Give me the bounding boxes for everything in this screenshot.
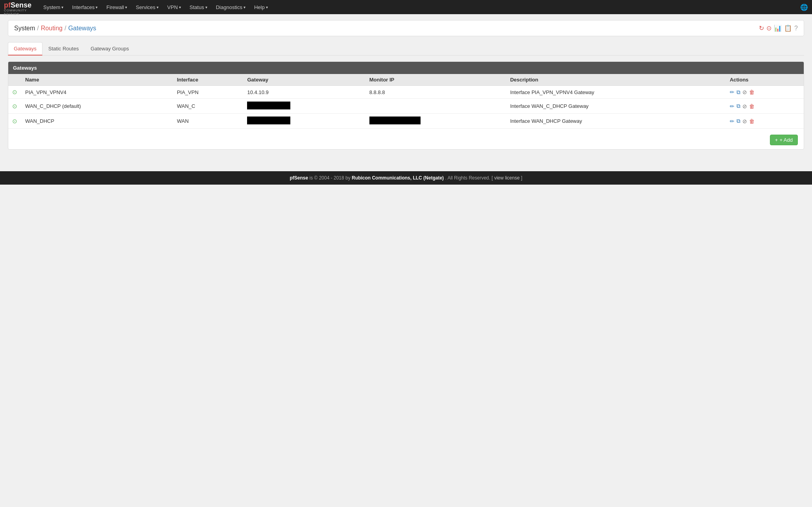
chevron-down-icon: ▾ (157, 5, 159, 9)
status-ok-icon: ⊙ (12, 89, 17, 95)
table-row: ⊙ WAN_DHCP WAN Interface WAN_DHCP Gatewa… (8, 114, 804, 129)
row1-description: Interface PIA_VPN_VPNV4 Gateway (506, 86, 726, 99)
footer-company: Rubicon Communications, LLC (Netgate) (352, 175, 444, 181)
add-button[interactable]: + + Add (770, 135, 798, 145)
chart-icon[interactable]: 📊 (774, 24, 782, 32)
logo-sense: Sense (11, 1, 31, 9)
delete-icon[interactable]: 🗑 (749, 89, 755, 95)
col-interface: Interface (173, 74, 244, 86)
copy-icon[interactable]: ⧉ (736, 103, 740, 109)
chevron-down-icon: ▾ (125, 5, 127, 9)
breadcrumb: System / Routing / Gateways (14, 25, 96, 32)
footer-text: pfSense is © 2004 - 2018 by Rubicon Comm… (290, 175, 522, 181)
delete-icon[interactable]: 🗑 (749, 103, 755, 109)
footer: pfSense is © 2004 - 2018 by Rubicon Comm… (0, 171, 812, 185)
tab-gateways[interactable]: Gateways (8, 42, 42, 56)
row2-actions: ✏ ⧉ ⊘ 🗑 (726, 99, 804, 114)
globe-icon[interactable]: 🌐 (800, 4, 808, 11)
nav-services-link[interactable]: Services ▾ (132, 0, 162, 14)
row3-interface: WAN (173, 114, 244, 129)
nav-system-link[interactable]: System ▾ (39, 0, 67, 14)
row2-name: WAN_C_DHCP (default) (21, 99, 173, 114)
disable-icon[interactable]: ⊘ (742, 118, 747, 124)
table-row: ⊙ WAN_C_DHCP (default) WAN_C Interface W… (8, 99, 804, 114)
nav-status-link[interactable]: Status ▾ (186, 0, 211, 14)
nav-status[interactable]: Status ▾ (186, 0, 211, 14)
col-monitor-ip: Monitor IP (365, 74, 506, 86)
row3-actions: ✏ ⧉ ⊘ 🗑 (726, 114, 804, 129)
page-header: System / Routing / Gateways ↻ ⊙ 📊 📋 ? (8, 20, 804, 36)
breadcrumb-system: System (14, 25, 35, 32)
row1-interface: PIA_VPN (173, 86, 244, 99)
row1-name: PIA_VPN_VPNV4 (21, 86, 173, 99)
brand[interactable]: pfSense COMMUNITY EDITION (4, 2, 35, 13)
nav-diagnostics-link[interactable]: Diagnostics ▾ (212, 0, 249, 14)
nav-firewall[interactable]: Firewall ▾ (102, 0, 131, 14)
col-status (8, 74, 21, 86)
disable-icon[interactable]: ⊘ (742, 103, 747, 109)
redacted-gateway (247, 102, 290, 109)
nav-system[interactable]: System ▾ (39, 0, 67, 14)
nav-diagnostics[interactable]: Diagnostics ▾ (212, 0, 249, 14)
help-icon[interactable]: ? (794, 25, 798, 32)
row3-name: WAN_DHCP (21, 114, 173, 129)
row1-status: ⊙ (8, 86, 21, 99)
breadcrumb-routing[interactable]: Routing (41, 25, 63, 32)
nav-interfaces-link[interactable]: Interfaces ▾ (68, 0, 102, 14)
row2-description: Interface WAN_C_DHCP Gateway (506, 99, 726, 114)
chevron-down-icon: ▾ (266, 5, 268, 9)
tab-gateway-groups[interactable]: Gateway Groups (85, 42, 135, 56)
log-icon[interactable]: 📋 (784, 24, 792, 32)
tab-static-routes[interactable]: Static Routes (42, 42, 85, 56)
navbar: pfSense COMMUNITY EDITION System ▾ Inter… (0, 0, 812, 14)
edit-icon[interactable]: ✏ (730, 103, 734, 109)
row2-interface: WAN_C (173, 99, 244, 114)
gateways-panel: Gateways Name Interface Gateway Monitor … (8, 61, 804, 150)
breadcrumb-sep-2: / (65, 25, 66, 32)
breadcrumb-gateways[interactable]: Gateways (68, 25, 96, 32)
panel-header: Gateways (8, 62, 804, 74)
row1-gateway: 10.4.10.9 (243, 86, 365, 99)
nav-help-link[interactable]: Help ▾ (250, 0, 272, 14)
row3-gateway (243, 114, 365, 129)
nav-interfaces[interactable]: Interfaces ▾ (68, 0, 102, 14)
refresh-icon[interactable]: ↻ (759, 24, 764, 32)
breadcrumb-sep-1: / (37, 25, 39, 32)
disable-icon[interactable]: ⊘ (742, 89, 747, 95)
nav-services[interactable]: Services ▾ (132, 0, 162, 14)
logo-pf: pf (4, 1, 11, 9)
col-gateway: Gateway (243, 74, 365, 86)
navbar-right: 🌐 (800, 4, 808, 11)
logo-subtitle: COMMUNITY EDITION (4, 9, 35, 16)
chevron-down-icon: ▾ (179, 5, 181, 9)
chevron-down-icon: ▾ (96, 5, 98, 9)
nav-firewall-link[interactable]: Firewall ▾ (102, 0, 131, 14)
row1-monitor-ip: 8.8.8.8 (365, 86, 506, 99)
table-header-row: Name Interface Gateway Monitor IP Descri… (8, 74, 804, 86)
chevron-down-icon: ▾ (205, 5, 207, 9)
add-area: + + Add (8, 129, 804, 149)
delete-icon[interactable]: 🗑 (749, 118, 755, 124)
redacted-gateway (247, 117, 290, 124)
chevron-down-icon: ▾ (61, 5, 63, 9)
copy-icon[interactable]: ⧉ (736, 118, 740, 124)
edit-icon[interactable]: ✏ (730, 89, 734, 95)
header-icons: ↻ ⊙ 📊 📋 ? (759, 24, 798, 32)
col-name: Name (21, 74, 173, 86)
row3-monitor-ip (365, 114, 506, 129)
col-actions: Actions (726, 74, 804, 86)
copy-icon[interactable]: ⧉ (736, 89, 740, 96)
status-icon[interactable]: ⊙ (766, 24, 771, 32)
redacted-monitor-ip (369, 117, 421, 124)
nav-vpn[interactable]: VPN ▾ (163, 0, 185, 14)
footer-license-link[interactable]: view license (494, 175, 520, 181)
row2-status: ⊙ (8, 99, 21, 114)
row2-monitor-ip (365, 99, 506, 114)
status-ok-icon: ⊙ (12, 103, 17, 109)
gateways-table: Name Interface Gateway Monitor IP Descri… (8, 74, 804, 129)
plus-icon: + (775, 137, 778, 143)
nav-help[interactable]: Help ▾ (250, 0, 272, 14)
row3-description: Interface WAN_DHCP Gateway (506, 114, 726, 129)
nav-vpn-link[interactable]: VPN ▾ (163, 0, 185, 14)
edit-icon[interactable]: ✏ (730, 118, 734, 124)
